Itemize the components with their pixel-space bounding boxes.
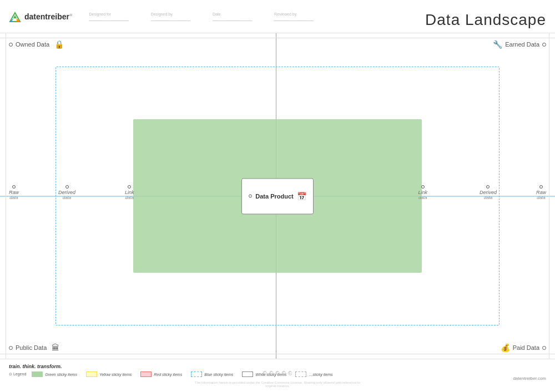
- legend-red: Red sticky items: [140, 371, 182, 377]
- axis-link-right: Link data: [418, 185, 427, 200]
- meta-reviewed: Reviewed by ________________: [274, 12, 314, 21]
- legend-yellow-label: Yellow sticky items: [99, 373, 132, 376]
- legend-red-label: Red sticky items: [154, 373, 182, 376]
- owned-data-icon: 🔒: [54, 40, 64, 49]
- axis-derived-left: Derived data: [58, 185, 75, 200]
- bottom-tick-line: [0, 354, 555, 354]
- legend-gray: …sticky items: [295, 371, 332, 377]
- meta-date: Date ________________: [213, 12, 252, 21]
- right-tick-line: [549, 33, 549, 359]
- legend-yellow: Yellow sticky items: [86, 371, 132, 377]
- legend-blue-label: Blue sticky items: [204, 373, 233, 376]
- corner-earned-data: Earned Data 🔧: [491, 40, 546, 49]
- legend-yellow-box: [86, 371, 97, 377]
- header-meta: Designed for ________________ Designed b…: [89, 12, 314, 21]
- data-product-box[interactable]: Data Product 📅: [241, 178, 314, 214]
- owned-data-dot: [9, 43, 13, 47]
- earned-data-icon: 🔧: [493, 40, 502, 49]
- legend-label-text: ⊙ Legend: [9, 372, 26, 376]
- public-data-icon: 🏛: [52, 343, 59, 352]
- earned-data-dot: [542, 43, 546, 47]
- legend-gray-box: [295, 371, 306, 377]
- legend-green-label: Green sticky items: [45, 373, 77, 376]
- legend-white-box: [242, 371, 253, 377]
- logo: datentreiber°: [9, 11, 73, 23]
- data-product-label: Data Product: [255, 193, 293, 200]
- top-tick-line: [0, 38, 555, 38]
- logo-icon: [9, 11, 21, 23]
- legend-red-box: [140, 371, 152, 377]
- footer: train. think. transform. ⊙ Legend Green …: [0, 359, 555, 392]
- corner-paid-data: Paid Data 💰: [498, 343, 546, 352]
- axis-raw-left: Raw data: [9, 185, 19, 200]
- corner-public-data: Public Data 🏛: [9, 343, 59, 352]
- axis-raw-right: Raw data: [536, 185, 546, 200]
- corner-owned-data: Owned Data 🔒: [9, 40, 64, 49]
- footer-meta-text: The information herein is provided under…: [194, 381, 361, 388]
- paid-data-icon: 💰: [501, 343, 510, 352]
- legend-gray-label: …sticky items: [309, 373, 332, 376]
- legend-blue-dashed: Blue sticky items: [191, 371, 233, 377]
- meta-designed-by: Designed by ________________: [151, 12, 190, 21]
- paid-data-dot: [542, 346, 546, 350]
- axis-link-left: Link data: [125, 185, 134, 200]
- public-data-dot: [9, 346, 13, 350]
- data-product-dot: [249, 195, 252, 198]
- page-title: Data Landscape: [425, 11, 546, 29]
- footer-website: datentreiber.com: [513, 376, 546, 381]
- legend-green: Green sticky items: [32, 371, 77, 377]
- legend-blue-dashed-box: [191, 371, 202, 377]
- header: datentreiber° Designed for _____________…: [0, 0, 555, 33]
- legend-green-box: [32, 371, 43, 377]
- logo-text: datentreiber°: [24, 12, 73, 21]
- footer-copyright-icons: © © © © ©: [263, 370, 292, 376]
- footer-tagline: train. think. transform.: [9, 364, 546, 369]
- meta-designed-for: Designed for ________________: [89, 12, 129, 21]
- data-product-icon: 📅: [297, 192, 306, 201]
- axis-derived-right: Derived data: [480, 185, 497, 200]
- canvas: Owned Data 🔒 Earned Data 🔧 Public Data 🏛…: [0, 33, 555, 359]
- left-tick-line: [6, 33, 6, 359]
